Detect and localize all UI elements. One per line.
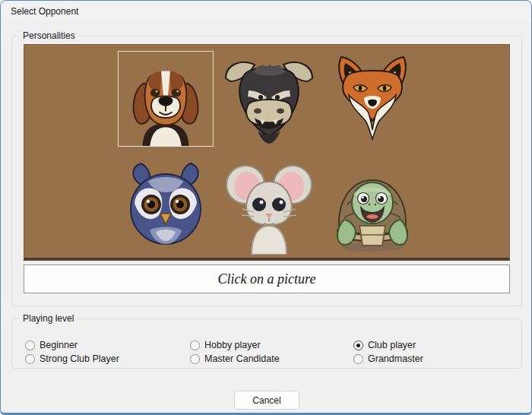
personalities-panel — [24, 44, 510, 261]
radio-label: Beginner — [40, 340, 78, 350]
owl-icon — [118, 159, 214, 255]
personality-bull[interactable] — [221, 51, 317, 147]
bull-icon — [221, 51, 317, 147]
radio-master-candidate[interactable]: Master Candidate — [190, 353, 280, 365]
radio-grandmaster[interactable]: Grandmaster — [353, 353, 423, 365]
radio-label: Master Candidate — [204, 353, 280, 364]
radio-hobby-player[interactable]: Hobby player — [190, 339, 261, 351]
playing-level-group: Playing level Beginner Strong Club Playe… — [11, 318, 522, 369]
radio-circle — [25, 341, 35, 350]
mouse-icon — [221, 159, 317, 255]
radio-strong-club-player[interactable]: Strong Club Player — [25, 353, 119, 365]
radio-circle — [353, 341, 363, 350]
personality-beagle[interactable] — [118, 51, 214, 147]
radio-club-player[interactable]: Club player — [353, 339, 416, 351]
window-title: Select Opponent — [11, 6, 78, 17]
radio-beginner[interactable]: Beginner — [25, 339, 78, 351]
radio-circle — [190, 354, 200, 364]
fox-icon — [325, 51, 420, 147]
radio-label: Strong Club Player — [40, 353, 119, 364]
personality-fox[interactable] — [325, 51, 420, 147]
beagle-icon — [119, 52, 213, 146]
personality-turtle[interactable] — [325, 159, 420, 255]
radio-circle — [353, 354, 363, 364]
radio-label: Grandmaster — [368, 353, 423, 364]
personalities-group-label: Personalities — [19, 30, 79, 42]
personalities-group: Personalities — [11, 36, 522, 306]
title-bar: Select Opponent — [1, 1, 531, 22]
hint-bar: Click on a picture — [24, 265, 510, 293]
select-opponent-dialog: Select Opponent Personalities — [0, 0, 532, 415]
personality-mouse[interactable] — [221, 159, 317, 255]
radio-label: Hobby player — [204, 340, 261, 350]
hint-text: Click on a picture — [218, 271, 316, 287]
cancel-button[interactable]: Cancel — [234, 391, 299, 410]
radio-circle — [190, 341, 200, 350]
turtle-icon — [325, 159, 420, 255]
radio-label: Club player — [368, 340, 416, 350]
playing-level-group-label: Playing level — [19, 313, 78, 325]
radio-circle — [25, 354, 35, 364]
personality-owl[interactable] — [118, 159, 214, 255]
